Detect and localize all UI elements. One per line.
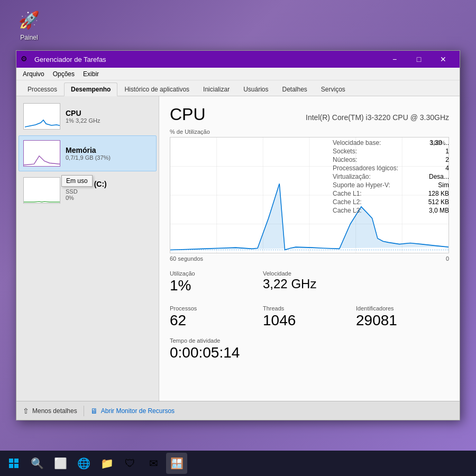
title-bar: ⚙ Gerenciador de Tarefas − □ ✕ [16,51,460,68]
disk-info: Disco 0 (C:) SSD 0% [66,180,107,201]
info-row-0: Velocidade base: 3,30 ... [333,139,449,147]
info-val-7: 512 KB [428,198,449,206]
disk-thumbnail [23,177,60,204]
sidebar-item-memory[interactable]: Memória 0,7/1,9 GB (37%) Em uso [19,135,157,171]
threads-label: Threads [263,305,356,312]
info-key-8: Cache L3: [333,207,362,214]
less-details-button[interactable]: ⇧ Menos detalhes [23,407,77,415]
info-key-5: Suporte ao Hyper-V: [333,181,390,189]
info-val-8: 3,0 MB [429,207,449,214]
info-key-1: Sockets: [333,148,357,155]
menu-exibir[interactable]: Exibir [79,69,103,79]
info-val-4: Desa... [429,173,449,180]
chart-bottom-labels: 60 segundos 0 [170,255,449,262]
memory-thumbnail [23,140,60,167]
disk-title: Disco 0 (C:) [66,180,107,188]
info-row-1: Sockets: 1 [333,147,449,155]
search-button[interactable]: 🔍 [26,453,48,474]
bottom-separator [84,406,84,416]
close-button[interactable]: ✕ [431,51,455,68]
info-row-3: Processadores lógicos: 4 [333,164,449,172]
cpu-thumbnail [23,103,60,130]
painel-icon: 🚀 [16,7,42,33]
menu-opcoes[interactable]: Opções [49,69,79,79]
stats-section: Utilização 1% Velocidade 3,22 GHz [170,268,449,297]
info-key-4: Virtualização: [333,173,371,180]
sidebar-item-cpu[interactable]: CPU 1% 3,22 GHz [19,98,157,134]
tab-processos[interactable]: Processos [21,83,64,96]
tab-servicos[interactable]: Serviços [314,83,352,96]
right-panel: CPU Intel(R) Core(TM) i3-3220 CPU @ 3.30… [159,96,460,401]
svg-rect-12 [14,464,19,468]
processes-label: Processos [170,305,263,312]
tab-inicializar[interactable]: Inicializar [196,83,236,96]
task-manager-window: ⚙ Gerenciador de Tarefas − □ ✕ Arquivo O… [16,50,460,420]
stats-section2: Processos 62 Threads 1046 Identificadore… [170,303,449,332]
svg-rect-11 [9,464,13,468]
open-monitor-button[interactable]: 🖥 Abrir Monitor de Recursos [90,407,175,415]
explorer-button[interactable]: 📁 [96,453,117,474]
window-icon: ⚙ [21,54,30,64]
start-button[interactable] [3,453,24,474]
taskmgr-taskbar-button[interactable]: 🪟 [166,453,187,474]
sidebar: CPU 1% 3,22 GHz Memória 0,7/1,9 GB (37%) [16,96,159,401]
info-val-6: 128 KB [428,190,449,197]
threads-stat: Threads 1046 [263,303,356,332]
utilization-label: Utilização [170,270,263,277]
menu-arquivo[interactable]: Arquivo [19,69,49,79]
info-row-8: Cache L3: 3,0 MB [333,206,449,215]
cpu-header: CPU Intel(R) Core(TM) i3-3220 CPU @ 3.30… [170,105,449,124]
disk-subtitle2: 0% [66,195,107,201]
cpu-title: CPU [66,109,100,117]
info-key-2: Núcleos: [333,156,358,163]
tab-historico[interactable]: Histórico de aplicativos [117,83,196,96]
info-val-3: 4 [445,164,449,172]
identifiers-stat: Identificadores 29081 [356,303,449,332]
speed-value: 3,22 GHz [263,277,356,292]
info-row-2: Núcleos: 2 [333,155,449,164]
desktop: 🚀 Painel ⚙ Gerenciador de Tarefas − □ ✕ … [0,0,476,476]
edge-button[interactable]: 🌐 [73,453,94,474]
maximize-button[interactable]: □ [407,51,431,68]
speed-label: Velocidade [263,270,356,277]
info-key-0: Velocidade base: [333,139,381,147]
info-row-4: Virtualização: Desa... [333,172,449,181]
minimize-button[interactable]: − [382,51,407,68]
disk-subtitle1: SSD [66,188,107,195]
info-key-6: Cache L1: [333,190,362,197]
monitor-icon: 🖥 [90,407,98,415]
menu-bar: Arquivo Opções Exibir [16,68,460,80]
info-key-7: Cache L2: [333,198,362,206]
cpu-subtitle: 1% 3,22 GHz [66,117,100,124]
sidebar-item-disk[interactable]: Disco 0 (C:) SSD 0% [19,172,157,208]
main-content: CPU 1% 3,22 GHz Memória 0,7/1,9 GB (37%) [16,96,460,401]
chevron-up-icon: ⇧ [23,407,29,415]
threads-value: 1046 [263,312,356,329]
processes-value: 62 [170,312,263,329]
svg-rect-10 [14,459,19,463]
info-val-0: 3,30 ... [429,139,449,147]
cpu-info: CPU 1% 3,22 GHz [66,109,100,124]
svg-rect-9 [9,459,13,463]
bottom-bar: ⇧ Menos detalhes 🖥 Abrir Monitor de Recu… [16,401,460,420]
cpu-main-title: CPU [170,105,206,124]
uptime-value: 0:00:05:14 [170,344,449,362]
less-details-label: Menos detalhes [32,407,77,415]
info-key-3: Processadores lógicos: [333,164,398,172]
task-view-button[interactable]: ⬜ [50,453,71,474]
info-row-5: Suporte ao Hyper-V: Sim [333,181,449,189]
info-val-1: 1 [445,148,449,155]
tab-usuarios[interactable]: Usuários [236,83,275,96]
shield-button[interactable]: 🛡 [120,453,141,474]
mail-button[interactable]: ✉ [143,453,164,474]
desktop-icon-painel[interactable]: 🚀 Painel [11,7,48,41]
tab-desempenho[interactable]: Desempenho [64,83,117,96]
open-monitor-label: Abrir Monitor de Recursos [101,407,175,415]
taskbar: 🔍 ⬜ 🌐 📁 🛡 ✉ 🪟 [0,451,476,476]
tab-detalhes[interactable]: Detalhes [275,83,314,96]
identifiers-label: Identificadores [356,305,449,312]
tab-bar: Processos Desempenho Histórico de aplica… [16,80,460,96]
info-panel: Velocidade base: 3,30 ... Sockets: 1 Núc… [333,139,449,215]
memory-subtitle: 0,7/1,9 GB (37%) [66,154,111,161]
processes-stat: Processos 62 [170,303,263,332]
